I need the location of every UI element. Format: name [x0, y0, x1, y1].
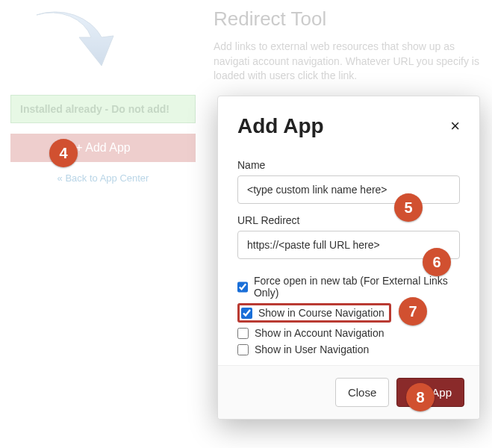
course-nav-highlight: Show in Course Navigation: [237, 303, 391, 323]
show-user-nav-label: Show in User Navigation: [255, 343, 369, 355]
show-course-nav-checkbox[interactable]: [241, 308, 252, 319]
show-account-nav-label: Show in Account Navigation: [255, 327, 384, 339]
force-new-tab-checkbox[interactable]: [237, 281, 248, 293]
show-account-nav-checkbox[interactable]: [237, 328, 249, 339]
force-new-tab-label: Force open in new tab (For External Link…: [254, 275, 460, 299]
name-input[interactable]: [237, 175, 460, 204]
url-label: URL Redirect: [237, 214, 460, 226]
show-course-nav-label: Show in Course Navigation: [258, 307, 384, 319]
account-nav-row[interactable]: Show in Account Navigation: [237, 325, 460, 341]
close-icon[interactable]: ×: [450, 118, 460, 134]
step-badge-8: 8: [406, 383, 435, 411]
step-badge-4: 4: [49, 139, 78, 167]
modal-title: Add App: [237, 114, 324, 138]
step-badge-7: 7: [399, 297, 427, 326]
force-new-tab-row[interactable]: Force open in new tab (For External Link…: [237, 273, 460, 301]
step-badge-6: 6: [423, 248, 451, 276]
step-badge-5: 5: [394, 193, 423, 222]
name-label: Name: [237, 159, 460, 171]
close-button[interactable]: Close: [335, 378, 389, 407]
show-user-nav-checkbox[interactable]: [237, 344, 249, 355]
user-nav-row[interactable]: Show in User Navigation: [237, 341, 460, 358]
